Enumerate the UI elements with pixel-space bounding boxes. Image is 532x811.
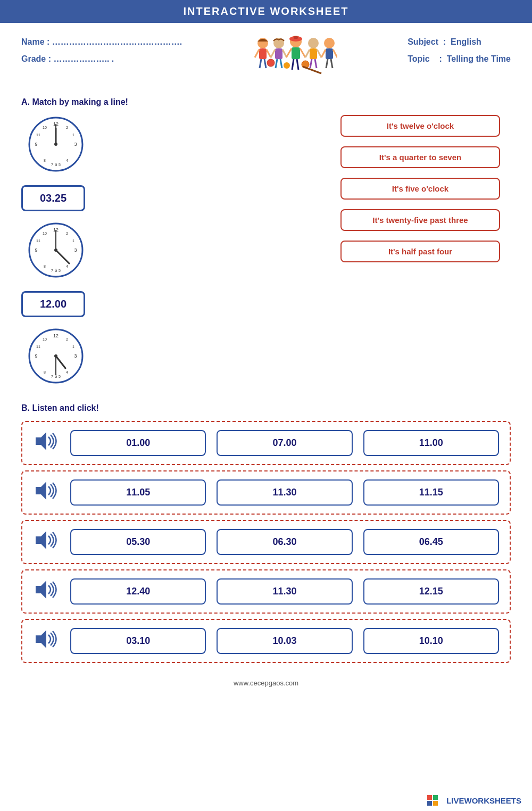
svg-text:8: 8 [44,264,46,268]
svg-text:5: 5 [59,269,61,272]
svg-line-4 [260,59,261,68]
answer-box-3[interactable]: It's five o'clock [340,178,500,200]
svg-line-16 [292,59,294,70]
svg-point-83 [54,354,57,358]
answer-box-4[interactable]: It's twenty-five past three [340,209,500,231]
time-option-1-3[interactable]: 11.00 [363,430,499,456]
header-title: INTERACTIVE WORKSHEET [184,5,349,17]
svg-line-10 [276,59,277,68]
svg-line-8 [271,49,275,57]
speaker-button-2[interactable] [33,480,60,505]
svg-text:11: 11 [36,345,40,349]
svg-point-33 [284,62,290,69]
svg-text:7: 7 [51,269,53,272]
clock-3: 12 3 6 9 2 1 4 5 10 11 8 7 [27,327,85,385]
svg-rect-92 [433,801,438,806]
time-option-5-1[interactable]: 03.10 [70,628,206,654]
svg-text:1: 1 [72,345,74,349]
svg-text:3: 3 [74,247,77,253]
svg-text:5: 5 [59,163,61,167]
time-option-2-1[interactable]: 11.05 [70,479,206,506]
svg-line-25 [315,59,317,68]
svg-rect-91 [427,801,432,806]
svg-rect-27 [326,48,333,59]
svg-text:11: 11 [36,133,40,137]
svg-line-24 [310,59,312,68]
svg-line-31 [331,59,332,68]
time-box-2[interactable]: 12.00 [21,291,85,317]
svg-rect-21 [310,48,317,59]
svg-line-15 [300,48,305,57]
svg-text:3: 3 [74,142,77,147]
speaker-button-5[interactable] [33,628,60,653]
time-option-5-2[interactable]: 10.03 [217,628,352,654]
time-option-4-2[interactable]: 11.30 [217,578,352,605]
svg-text:2: 2 [66,231,68,235]
time-option-2-2[interactable]: 11.30 [217,479,352,506]
time-box-1[interactable]: 03.25 [21,185,85,211]
time-option-4-1[interactable]: 12.40 [70,578,206,605]
time-option-3-1[interactable]: 05.30 [70,529,206,555]
lw-logo [427,795,444,806]
svg-rect-19 [294,36,298,39]
svg-text:1: 1 [72,239,74,243]
svg-text:9: 9 [35,353,37,359]
time-option-3-3[interactable]: 06.45 [363,529,499,555]
speaker-button-1[interactable] [33,431,60,456]
left-item-1: 12 3 6 9 2 1 4 5 10 11 8 7 [27,115,138,176]
time-option-5-3[interactable]: 10.10 [363,628,499,654]
svg-line-14 [286,48,292,57]
answer-box-2[interactable]: It's a quarter to seven [340,146,500,168]
svg-point-32 [267,59,275,67]
svg-line-35 [303,67,321,73]
answer-box-1[interactable]: It's twelve o'clock [340,115,500,137]
clock-1: 12 3 6 9 2 1 4 5 10 11 8 7 [27,115,85,173]
svg-text:11: 11 [36,239,40,243]
svg-line-22 [305,49,310,57]
footer: www.cecepgaos.com [0,679,532,692]
listen-row-5: 03.10 10.03 10.10 [21,619,511,663]
time-option-3-2[interactable]: 06.30 [217,529,352,555]
kids-illustration [252,34,337,87]
top-info-section: Name : ………………………………………. Grade : ………………..… [0,34,532,87]
page-header: INTERACTIVE WORKSHEET [0,0,532,23]
svg-text:9: 9 [35,142,37,147]
svg-rect-13 [292,47,300,59]
speaker-button-4[interactable] [33,579,60,604]
svg-text:4: 4 [66,264,68,268]
svg-text:2: 2 [66,126,68,129]
time-option-1-1[interactable]: 01.00 [70,430,206,456]
left-match-items: 12 3 6 9 2 1 4 5 10 11 8 7 03.25 [21,115,138,387]
svg-marker-84 [36,432,46,450]
match-section: 12 3 6 9 2 1 4 5 10 11 8 7 03.25 [0,115,532,387]
svg-text:8: 8 [44,370,46,374]
time-option-1-2[interactable]: 07.00 [217,430,352,456]
svg-line-11 [280,59,282,68]
svg-marker-86 [36,531,46,549]
svg-line-2 [255,49,259,57]
svg-marker-87 [36,581,46,599]
svg-point-26 [324,38,335,48]
svg-line-5 [264,59,266,68]
svg-point-51 [54,143,57,146]
svg-text:7: 7 [51,375,53,378]
svg-text:2: 2 [66,337,68,341]
svg-line-30 [326,59,328,68]
time-option-2-3[interactable]: 11.15 [363,479,499,506]
svg-rect-7 [275,48,282,59]
liveworksheets-branding: LIVEWORKSHEETS [427,795,521,806]
name-field: Name : ………………………………………. [21,34,182,51]
speaker-button-3[interactable] [33,529,60,555]
svg-text:9: 9 [35,247,37,253]
left-item-3: 12 3 6 9 2 1 4 5 10 11 8 7 [27,221,138,282]
right-match-items: It's twelve o'clock It's a quarter to se… [149,115,511,387]
svg-point-67 [54,249,57,252]
svg-line-28 [321,49,326,57]
svg-marker-88 [36,630,46,648]
time-option-4-3[interactable]: 12.15 [363,578,499,605]
svg-text:7: 7 [51,163,53,167]
answer-box-5[interactable]: It's half past four [340,241,500,262]
section-a-title: A. Match by making a line! [0,97,532,107]
svg-point-20 [308,38,319,48]
topic-line: Topic : Telling the Time [408,51,511,68]
